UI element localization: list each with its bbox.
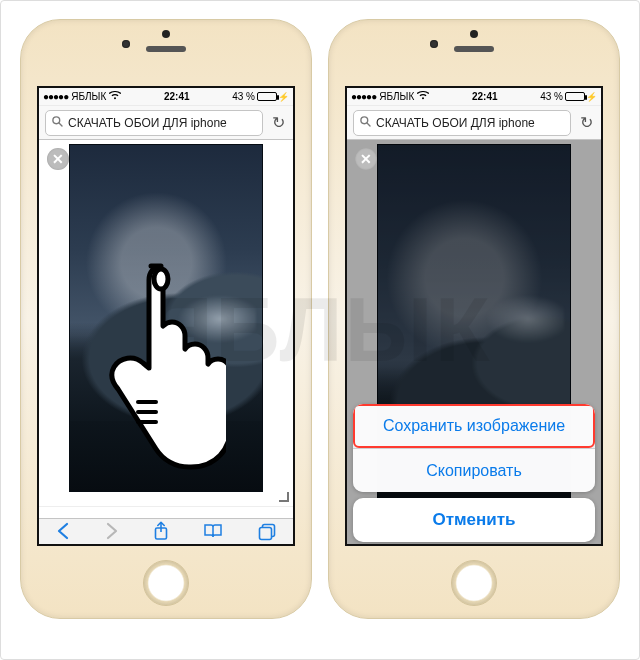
action-sheet: Сохранить изображение Скопировать Отмени… xyxy=(347,398,601,546)
screen-left: ●●●●● ЯБЛЫК 22:41 43 % ⚡ xyxy=(37,86,295,546)
tap-gesture-icon xyxy=(106,252,226,482)
page-content: ✕ xyxy=(39,140,293,506)
clock: 22:41 xyxy=(472,91,498,102)
search-input[interactable]: СКАЧАТЬ ОБОИ ДЛЯ iphone xyxy=(353,110,571,136)
wifi-icon xyxy=(109,91,121,102)
wifi-icon xyxy=(417,91,429,102)
charging-icon: ⚡ xyxy=(278,92,289,102)
phone-top-hardware xyxy=(329,20,619,86)
safari-toolbar xyxy=(39,518,293,546)
resize-handle-icon xyxy=(279,492,289,502)
forward-button[interactable] xyxy=(105,522,119,545)
action-save-image-label: Сохранить изображение xyxy=(383,417,565,435)
action-save-image[interactable]: Сохранить изображение xyxy=(353,404,595,448)
battery-percent: 43 % xyxy=(540,91,563,102)
phone-right: ●●●●● ЯБЛЫК 22:41 43 % ⚡ xyxy=(328,19,620,619)
charging-icon: ⚡ xyxy=(586,92,597,102)
action-cancel-label: Отменить xyxy=(432,510,515,530)
action-copy[interactable]: Скопировать xyxy=(353,448,595,492)
safari-address-bar: СКАЧАТЬ ОБОИ ДЛЯ iphone ↻ xyxy=(39,106,293,140)
reload-icon[interactable]: ↻ xyxy=(577,113,595,132)
search-query-text: СКАЧАТЬ ОБОИ ДЛЯ iphone xyxy=(68,116,227,130)
battery-icon xyxy=(257,92,277,101)
svg-rect-9 xyxy=(259,527,271,539)
action-cancel[interactable]: Отменить xyxy=(353,498,595,542)
page-footer-strip xyxy=(39,506,293,518)
home-button[interactable] xyxy=(143,560,189,606)
back-button[interactable] xyxy=(56,522,70,545)
share-button[interactable] xyxy=(153,521,169,546)
reload-icon[interactable]: ↻ xyxy=(269,113,287,132)
signal-dots-icon: ●●●●● xyxy=(43,91,68,102)
status-bar: ●●●●● ЯБЛЫК 22:41 43 % ⚡ xyxy=(39,88,293,106)
safari-address-bar: СКАЧАТЬ ОБОИ ДЛЯ iphone ↻ xyxy=(347,106,601,140)
phone-top-hardware xyxy=(21,20,311,86)
close-icon[interactable]: ✕ xyxy=(47,148,69,170)
battery-icon xyxy=(565,92,585,101)
home-button[interactable] xyxy=(451,560,497,606)
clock: 22:41 xyxy=(164,91,190,102)
close-icon[interactable]: ✕ xyxy=(355,148,377,170)
svg-line-11 xyxy=(367,123,370,126)
carrier-label: ЯБЛЫК xyxy=(71,91,106,102)
tabs-button[interactable] xyxy=(258,523,276,545)
page-content-dimmed: ✕ Сохранить изображение Скопировать xyxy=(347,140,601,546)
search-input[interactable]: СКАЧАТЬ ОБОИ ДЛЯ iphone xyxy=(45,110,263,136)
bookmarks-button[interactable] xyxy=(203,523,223,544)
search-query-text: СКАЧАТЬ ОБОИ ДЛЯ iphone xyxy=(376,116,535,130)
svg-line-1 xyxy=(59,123,62,126)
action-copy-label: Скопировать xyxy=(426,462,522,480)
screen-right: ●●●●● ЯБЛЫК 22:41 43 % ⚡ xyxy=(345,86,603,546)
carrier-label: ЯБЛЫК xyxy=(379,91,414,102)
search-icon xyxy=(52,116,63,130)
phone-left: ●●●●● ЯБЛЫК 22:41 43 % ⚡ xyxy=(20,19,312,619)
svg-point-2 xyxy=(154,269,168,289)
tutorial-figure: ●●●●● ЯБЛЫК 22:41 43 % ⚡ xyxy=(0,0,640,660)
status-bar: ●●●●● ЯБЛЫК 22:41 43 % ⚡ xyxy=(347,88,601,106)
battery-percent: 43 % xyxy=(232,91,255,102)
signal-dots-icon: ●●●●● xyxy=(351,91,376,102)
search-icon xyxy=(360,116,371,130)
